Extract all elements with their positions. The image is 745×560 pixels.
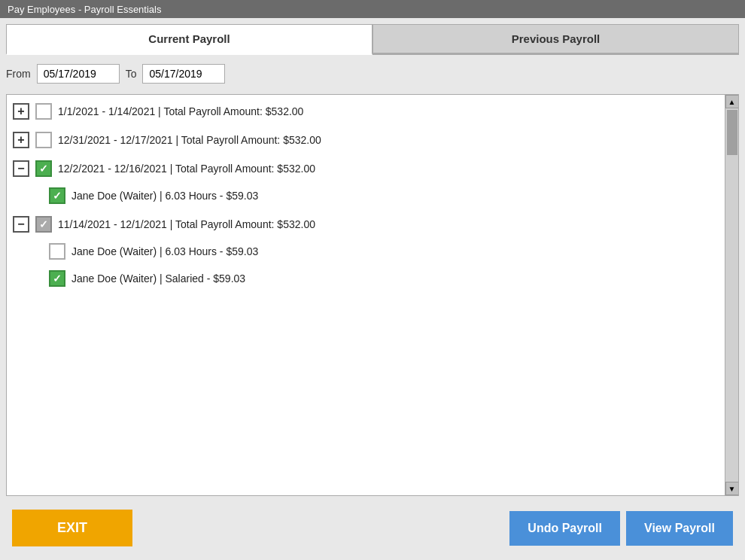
from-label: From [6, 68, 31, 80]
payroll-group-3: − ✓ 12/2/2021 - 12/16/2021 | Total Payro… [7, 155, 725, 209]
sub-row-4b: ✓ Jane Doe (Waiter) | Salaried - $59.03 [7, 265, 725, 292]
payroll-group-4: − ✓ 11/14/2021 - 12/1/2021 | Total Payro… [7, 211, 725, 292]
checkmark-icon-4: ✓ [39, 219, 48, 230]
title-bar: Pay Employees - Payroll Essentials [0, 0, 745, 18]
to-label: To [126, 68, 137, 80]
group-checkbox-4[interactable]: ✓ [35, 216, 52, 233]
scroll-thumb[interactable] [727, 110, 737, 155]
payroll-list-content[interactable]: + 1/1/2021 - 1/14/2021 | Total Payroll A… [7, 95, 725, 495]
date-filter-row: From To [6, 61, 739, 87]
undo-payroll-button[interactable]: Undo Payroll [509, 511, 620, 546]
sub-row-3a: ✓ Jane Doe (Waiter) | 6.03 Hours - $59.0… [7, 182, 725, 209]
from-date-input[interactable] [37, 64, 120, 84]
title-text: Pay Employees - Payroll Essentials [8, 4, 161, 15]
tab-bar: Current Payroll Previous Payroll [6, 24, 739, 55]
group-checkbox-2[interactable] [35, 132, 52, 148]
payroll-group-1: + 1/1/2021 - 1/14/2021 | Total Payroll A… [7, 98, 725, 125]
sub-checkbox-3a[interactable]: ✓ [49, 187, 65, 204]
payroll-group-row-1: + 1/1/2021 - 1/14/2021 | Total Payroll A… [7, 98, 725, 125]
scroll-down-arrow[interactable]: ▼ [725, 482, 739, 495]
checkmark-icon-4b: ✓ [53, 273, 62, 284]
group-label-3: 12/2/2021 - 12/16/2021 | Total Payroll A… [58, 163, 315, 175]
expand-button-3[interactable]: − [13, 160, 29, 177]
sub-checkbox-4a[interactable] [49, 243, 65, 260]
sub-row-4a: Jane Doe (Waiter) | 6.03 Hours - $59.03 [7, 238, 725, 265]
payroll-group-row-4: − ✓ 11/14/2021 - 12/1/2021 | Total Payro… [7, 211, 725, 238]
main-container: Current Payroll Previous Payroll From To… [0, 18, 745, 560]
to-date-input[interactable] [142, 64, 225, 84]
payroll-group-row-3: − ✓ 12/2/2021 - 12/16/2021 | Total Payro… [7, 155, 725, 182]
group-checkbox-3[interactable]: ✓ [35, 160, 52, 177]
expand-button-1[interactable]: + [13, 103, 29, 120]
right-buttons: Undo Payroll View Payroll [509, 511, 733, 546]
tab-current-payroll[interactable]: Current Payroll [6, 24, 372, 55]
footer-bar: EXIT Undo Payroll View Payroll [6, 502, 739, 554]
payroll-group-2: + 12/31/2021 - 12/17/2021 | Total Payrol… [7, 126, 725, 154]
group-checkbox-1[interactable] [35, 103, 52, 120]
sub-label-3a: Jane Doe (Waiter) | 6.03 Hours - $59.03 [71, 190, 258, 202]
sub-label-4b: Jane Doe (Waiter) | Salaried - $59.03 [71, 272, 245, 285]
expand-button-2[interactable]: + [13, 132, 29, 148]
payroll-list-panel: + 1/1/2021 - 1/14/2021 | Total Payroll A… [6, 94, 739, 496]
payroll-group-row-2: + 12/31/2021 - 12/17/2021 | Total Payrol… [7, 126, 725, 154]
view-payroll-button[interactable]: View Payroll [626, 511, 733, 546]
group-label-1: 1/1/2021 - 1/14/2021 | Total Payroll Amo… [58, 105, 303, 117]
checkmark-icon-3: ✓ [39, 163, 48, 174]
sub-label-4a: Jane Doe (Waiter) | 6.03 Hours - $59.03 [71, 245, 258, 257]
exit-button[interactable]: EXIT [12, 510, 132, 546]
expand-button-4[interactable]: − [13, 216, 29, 233]
group-label-4: 11/14/2021 - 12/1/2021 | Total Payroll A… [58, 218, 315, 230]
sub-checkbox-4b[interactable]: ✓ [49, 270, 65, 287]
tab-previous-payroll[interactable]: Previous Payroll [372, 24, 739, 53]
checkmark-icon-3a: ✓ [53, 190, 62, 201]
scrollbar-track[interactable]: ▲ ▼ [725, 95, 738, 495]
scroll-up-arrow[interactable]: ▲ [725, 95, 739, 108]
group-label-2: 12/31/2021 - 12/17/2021 | Total Payroll … [58, 134, 321, 146]
